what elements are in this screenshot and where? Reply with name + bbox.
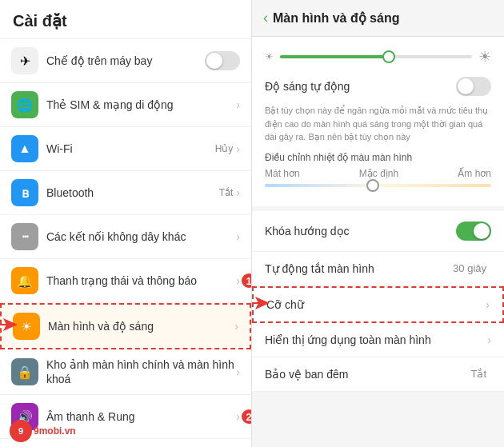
settings-item-sim[interactable]: 🌐 Thẻ SIM & mạng di động ›	[0, 83, 251, 127]
right-item-font-size[interactable]: Cỡ chữ ›	[252, 286, 504, 323]
wifi-chevron: ›	[236, 142, 240, 155]
left-title: Cài đặt	[0, 0, 251, 39]
screen-arrow	[0, 317, 18, 335]
right-item-lock-orientation[interactable]: Khóa hướng dọc	[252, 211, 504, 252]
brightness-fill	[280, 55, 395, 58]
sim-icon: 🌐	[11, 91, 38, 118]
full-screen-chevron: ›	[487, 333, 491, 346]
lock-orientation-toggle[interactable]	[456, 222, 491, 241]
settings-item-airplane[interactable]: ✈ Chế độ trên máy bay	[0, 39, 251, 83]
watermark: 9 9mobi .vn	[10, 420, 76, 442]
auto-brightness-label: Độ sáng tự động	[265, 80, 350, 93]
settings-item-other[interactable]: ··· Các kết nối không dây khác ›	[0, 215, 251, 259]
watermark-circle: 9	[10, 420, 32, 442]
screen-label: Màn hình và độ sáng	[48, 319, 234, 333]
airplane-icon: ✈	[11, 47, 38, 74]
airplane-label: Chế độ trên máy bay	[46, 54, 205, 68]
sim-label: Thẻ SIM & mạng di động	[46, 98, 236, 112]
settings-item-lockscreen[interactable]: 🔒 Kho ảnh màn hình chính và màn hình kho…	[0, 349, 251, 395]
auto-brightness-row: Độ sáng tự động	[265, 77, 491, 96]
font-size-arrow	[252, 296, 270, 313]
screen-chevron: ›	[234, 320, 238, 333]
night-mode-value: Tắt	[470, 368, 486, 380]
notification-label: Thanh trạng thái và thông báo	[46, 273, 236, 288]
brightness-thumb[interactable]	[382, 50, 395, 63]
watermark-text2: .vn	[62, 425, 75, 437]
full-screen-label: Hiển thị ứng dụng toàn màn hình	[265, 333, 487, 346]
bluetooth-icon: ʙ	[11, 179, 38, 206]
settings-item-notification[interactable]: 🔔 Thanh trạng thái và thông báo › 1	[0, 259, 251, 303]
wifi-label: Wi-Fi	[46, 142, 215, 156]
mac-dinh-label: Mặc định	[359, 168, 398, 179]
notification-icon: 🔔	[11, 267, 38, 294]
wifi-badge: Hủy	[215, 143, 234, 154]
right-header: ‹ Màn hình và độ sáng	[252, 0, 504, 37]
settings-item-bluetooth[interactable]: ʙ Bluetooth Tắt ›	[0, 171, 251, 215]
font-size-chevron: ›	[486, 298, 490, 311]
other-chevron: ›	[236, 230, 240, 243]
bluetooth-badge: Tắt	[219, 187, 234, 198]
settings-list: ✈ Chế độ trên máy bay 🌐 Thẻ SIM & mạng d…	[0, 39, 251, 447]
settings-item-wifi[interactable]: ▲ Wi-Fi Hủy ›	[0, 127, 251, 171]
auto-off-value: 30 giây	[453, 262, 486, 274]
brightness-max-icon: ☀	[478, 48, 491, 66]
brightness-track[interactable]	[280, 55, 472, 58]
color-temp-thumb[interactable]	[366, 179, 379, 192]
back-icon[interactable]: ‹	[263, 10, 268, 26]
brightness-slider-container: ☀ ☀	[265, 48, 491, 66]
right-item-auto-off[interactable]: Tự động tắt màn hình 30 giây	[252, 252, 504, 286]
brightness-min-icon: ☀	[265, 51, 274, 62]
color-temp-labels: Mát hơn Mặc định Ấm hơn	[265, 168, 491, 179]
color-temp-track[interactable]	[265, 184, 491, 187]
lockscreen-chevron: ›	[236, 365, 240, 378]
other-label: Các kết nối không dây khác	[46, 229, 236, 244]
lockscreen-label: Kho ảnh màn hình chính và màn hình khoá	[46, 357, 236, 386]
lockscreen-icon: 🔒	[11, 358, 38, 385]
settings-item-screen[interactable]: ☀ Màn hình và độ sáng ›	[0, 303, 251, 349]
step-1-badge: 1	[240, 272, 251, 289]
color-temp-label: Điều chỉnh nhiệt độ màu màn hình	[265, 152, 491, 163]
right-item-full-screen[interactable]: Hiển thị ứng dụng toàn màn hình ›	[252, 323, 504, 357]
other-icon: ···	[11, 223, 38, 250]
right-settings-list: Khóa hướng dọc Tự động tắt màn hình 30 g…	[252, 211, 504, 392]
right-title: Màn hình và độ sáng	[273, 10, 399, 26]
brightness-note: Bật tùy chọn này để ngăn ngừa mỏi mắt và…	[265, 104, 491, 144]
right-item-night-mode[interactable]: Bảo vệ ban đêm Tắt	[252, 357, 504, 392]
left-panel: Cài đặt ✈ Chế độ trên máy bay 🌐 Thẻ SIM …	[0, 0, 252, 447]
step-2-badge: 2	[240, 408, 251, 425]
sim-chevron: ›	[236, 98, 240, 111]
airplane-toggle[interactable]	[205, 51, 240, 70]
watermark-text: 9mobi	[34, 425, 62, 437]
lock-orientation-label: Khóa hướng dọc	[265, 225, 456, 237]
bluetooth-chevron: ›	[236, 186, 240, 199]
wifi-icon: ▲	[11, 135, 38, 162]
right-content: ☀ ☀ Độ sáng tự động Bật tùy chọn này để …	[252, 37, 504, 447]
auto-brightness-toggle[interactable]	[456, 77, 491, 96]
night-mode-label: Bảo vệ ban đêm	[265, 368, 470, 381]
brightness-section: ☀ ☀ Độ sáng tự động Bật tùy chọn này để …	[252, 37, 504, 206]
auto-off-label: Tự động tắt màn hình	[265, 262, 453, 275]
bluetooth-label: Bluetooth	[46, 186, 219, 200]
font-size-label: Cỡ chữ	[266, 298, 486, 311]
mat-hon-label: Mát hơn	[265, 168, 300, 179]
right-panel: ‹ Màn hình và độ sáng ☀ ☀ Độ sáng tự độn…	[252, 0, 504, 447]
am-hon-label: Ấm hơn	[458, 168, 491, 179]
